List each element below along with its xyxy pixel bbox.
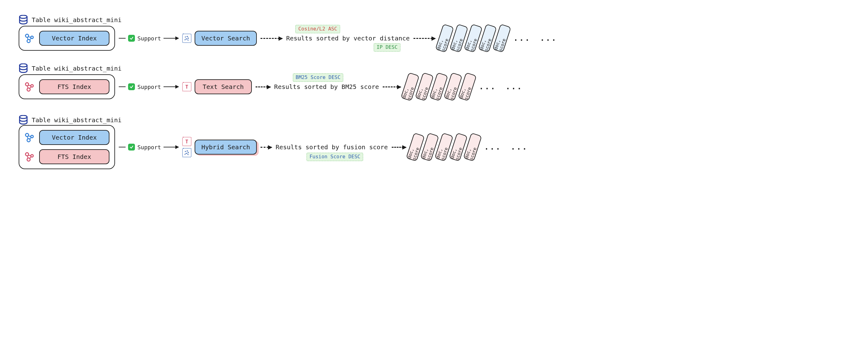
support-segment: Support xyxy=(119,35,179,42)
dashed-arrow-icon xyxy=(255,86,271,87)
result-text: Results sorted by fusion score Fusion Sc… xyxy=(275,143,388,151)
dashed-arrow-icon xyxy=(392,147,406,148)
text-search-chip: Text Search xyxy=(195,79,252,94)
svg-point-2 xyxy=(31,36,33,38)
table-box: FTS Index xyxy=(19,74,115,99)
table-header: Table wiki_abstract_mini xyxy=(19,63,122,73)
vector-search-chip: Vector Search xyxy=(195,31,257,46)
hybrid-search-icons: T xyxy=(182,137,191,157)
index-row-vector: Vector Index xyxy=(24,31,110,46)
support-segment: Support xyxy=(119,83,179,90)
arrow-icon xyxy=(163,147,179,147)
text-icon: T xyxy=(182,82,191,91)
svg-point-10 xyxy=(20,64,27,67)
ellipsis: ... xyxy=(508,143,531,151)
search-segment: T Text Search xyxy=(182,79,252,94)
svg-point-19 xyxy=(31,154,33,157)
docs-segment: doc, score doc, score doc, score doc, sc… xyxy=(439,25,561,52)
arrow-icon xyxy=(163,86,179,87)
vector-index-chip: Vector Index xyxy=(39,130,110,145)
arrow-icon xyxy=(163,38,179,38)
database-icon xyxy=(19,115,28,125)
search-segment: T Hybrid Search xyxy=(182,137,257,157)
check-icon xyxy=(128,83,135,90)
graph-icon-pink xyxy=(24,151,35,162)
svg-point-12 xyxy=(31,85,33,87)
table-box: Vector Index xyxy=(19,26,115,51)
result-text: BM25 Score DESC Results sorted by BM25 s… xyxy=(274,83,379,91)
support-segment: Support xyxy=(119,144,179,150)
dashed-arrow-icon xyxy=(383,86,401,87)
ellipsis: ... xyxy=(476,82,499,91)
badge-fusion: Fusion Score DESC xyxy=(307,153,363,161)
row-hybrid: Table wiki_abstract_mini Vector Index FT… xyxy=(19,125,849,169)
row-vector: Table wiki_abstract_mini Vector Index Su… xyxy=(19,25,849,52)
graph-icon-pink xyxy=(24,82,35,92)
svg-point-0 xyxy=(20,15,27,18)
graph-icon-blue xyxy=(24,132,35,143)
docs-segment: doc, score doc, score doc, score doc, sc… xyxy=(410,134,531,160)
table-header: Table wiki_abstract_mini xyxy=(19,115,122,125)
text-icon: T xyxy=(182,137,191,146)
check-icon xyxy=(128,144,135,150)
support-label: Support xyxy=(137,144,161,150)
dashed-arrow-icon xyxy=(260,147,272,148)
table-name: Table wiki_abstract_mini xyxy=(32,16,122,24)
docs-segment: doc, score doc, score doc, score doc, sc… xyxy=(404,73,526,100)
ellipsis: ... xyxy=(502,82,526,91)
check-icon xyxy=(128,35,135,42)
ellipsis: ... xyxy=(481,143,504,151)
index-row-fts: FTS Index xyxy=(24,149,110,164)
fts-index-chip: FTS Index xyxy=(39,149,110,164)
search-segment: Vector Search xyxy=(182,31,257,46)
scatter-icon xyxy=(182,148,191,157)
ellipsis: ... xyxy=(510,34,534,42)
table-box-hybrid: Vector Index FTS Index xyxy=(19,125,115,169)
support-label: Support xyxy=(137,84,161,90)
ellipsis: ... xyxy=(537,34,560,42)
badge-bm25: BM25 Score DESC xyxy=(293,73,344,82)
badge-ip: IP DESC xyxy=(374,43,400,52)
table-name: Table wiki_abstract_mini xyxy=(32,65,122,72)
table-header: Table wiki_abstract_mini xyxy=(19,15,122,25)
row-text: Table wiki_abstract_mini FTS Index Suppo… xyxy=(19,73,849,100)
vector-index-chip: Vector Index xyxy=(39,31,110,46)
database-icon xyxy=(19,15,28,25)
index-row-fts: FTS Index xyxy=(24,79,110,94)
dashed-arrow-icon xyxy=(260,38,282,39)
result-text: Cosine/L2 ASC Results sorted by vector d… xyxy=(286,34,409,42)
scatter-icon xyxy=(182,34,191,43)
index-row-vector: Vector Index xyxy=(24,130,110,145)
hybrid-search-chip: Hybrid Search xyxy=(195,140,257,154)
fts-index-chip: FTS Index xyxy=(39,79,110,94)
svg-point-16 xyxy=(31,135,33,138)
support-label: Support xyxy=(137,35,161,42)
database-icon xyxy=(19,63,28,73)
graph-icon-blue xyxy=(24,33,35,43)
svg-point-14 xyxy=(20,115,27,118)
dashed-arrow-icon xyxy=(413,38,435,39)
table-name: Table wiki_abstract_mini xyxy=(32,116,122,124)
badge-cosine: Cosine/L2 ASC xyxy=(296,25,340,33)
